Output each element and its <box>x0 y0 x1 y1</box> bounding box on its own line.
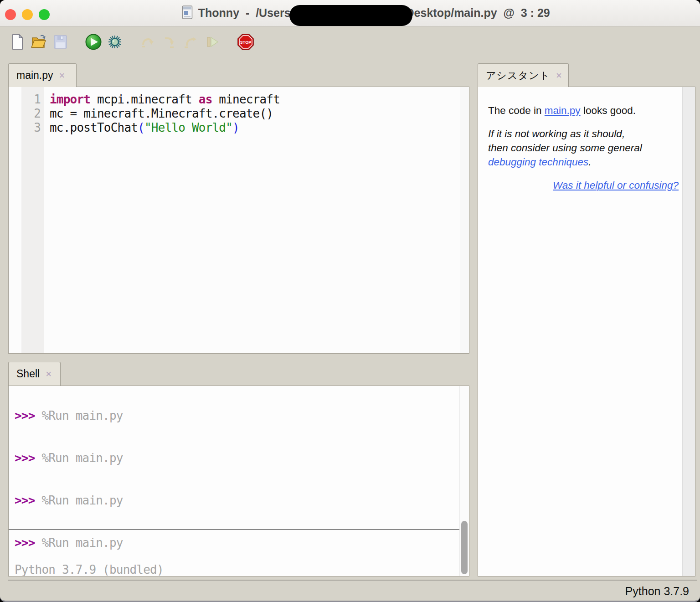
stop-sign-icon: STOP <box>237 33 255 52</box>
shell-current-session: Python 3.7.9 (bundled) >>> %Run main.py … <box>15 535 164 576</box>
code-line-1: import mcpi.minecraft as minecraft <box>50 93 460 107</box>
statusbar-divider <box>8 580 697 581</box>
close-icon[interactable]: × <box>59 71 65 81</box>
shell-history-line: >>> %Run main.py <box>15 409 469 423</box>
close-window-button[interactable] <box>5 9 16 20</box>
line-number: 1 <box>21 93 41 107</box>
assistant-hint-paragraph: If it is not working as it should, then … <box>488 127 679 169</box>
tab-shell[interactable]: Shell × <box>8 362 61 386</box>
code-text-area[interactable]: import mcpi.minecraft as minecraft mc = … <box>44 87 460 353</box>
tab-main-py-label: main.py <box>16 69 53 82</box>
main-py-link[interactable]: main.py <box>545 105 581 116</box>
save-file-button[interactable] <box>51 32 69 53</box>
python-version-line: Python 3.7.9 (bundled) <box>15 563 164 576</box>
title-text-suffix: Desktop/main.py @ 3 : 29 <box>406 6 550 20</box>
new-file-icon <box>10 33 25 52</box>
assistant-panel: The code in main.py looks good. If it is… <box>478 87 695 576</box>
open-folder-icon <box>31 33 47 52</box>
new-file-button[interactable] <box>8 32 26 53</box>
step-into-icon <box>161 33 178 52</box>
close-icon[interactable]: × <box>46 369 51 379</box>
shell-history-line: >>> %Run main.py <box>15 494 469 508</box>
debug-script-button[interactable] <box>106 32 124 53</box>
open-file-button[interactable] <box>30 32 48 53</box>
code-editor[interactable]: 1 2 3 import mcpi.minecraft as minecraft… <box>8 87 469 354</box>
step-out-button[interactable] <box>182 32 200 53</box>
traffic-lights <box>5 9 50 20</box>
title-text-prefix: Thonny - /Users/ <box>198 6 294 20</box>
assistant-scrollbar[interactable] <box>682 87 695 576</box>
shell-scrollbar-thumb[interactable] <box>461 521 468 574</box>
minimize-window-button[interactable] <box>22 9 33 20</box>
tab-assistant[interactable]: アシスタント × <box>478 63 569 87</box>
close-icon[interactable]: × <box>556 71 562 81</box>
editor-scrollbar[interactable] <box>460 87 469 353</box>
shell-history-line: >>> %Run main.py <box>15 451 469 465</box>
thonny-window: Thonny - /Users/ Desktop/main.py @ 3 : 2… <box>0 0 700 602</box>
stop-label: STOP <box>240 40 251 44</box>
debug-bug-icon <box>106 33 124 52</box>
line-number: 3 <box>21 121 41 135</box>
step-over-button[interactable] <box>139 32 157 53</box>
save-floppy-icon <box>52 33 68 52</box>
line-number: 2 <box>21 107 41 121</box>
run-icon <box>84 33 103 52</box>
redacted-username <box>289 5 412 26</box>
step-into-button[interactable] <box>160 32 179 53</box>
shell-scrollbar[interactable] <box>459 386 469 576</box>
zoom-window-button[interactable] <box>39 9 50 20</box>
resume-icon <box>204 33 221 52</box>
step-over-icon <box>139 33 157 52</box>
python-version-indicator[interactable]: Python 3.7.9 <box>625 585 689 598</box>
assistant-content: The code in main.py looks good. If it is… <box>488 103 679 192</box>
feedback-link[interactable]: Was it helpful or confusing? <box>553 180 679 191</box>
stop-button[interactable]: STOP <box>237 32 255 53</box>
tab-assistant-label: アシスタント <box>486 69 550 82</box>
code-line-2: mc = minecraft.Minecraft.create() <box>50 107 460 121</box>
screen: Thonny - /Users/ Desktop/main.py @ 3 : 2… <box>0 0 700 602</box>
resume-button[interactable] <box>203 32 221 53</box>
run-script-button[interactable] <box>84 32 103 53</box>
tab-shell-label: Shell <box>16 368 40 380</box>
line-number-gutter: 1 2 3 <box>21 87 44 353</box>
step-out-icon <box>182 33 200 52</box>
toolbar: STOP <box>0 28 258 57</box>
assistant-feedback-row: Was it helpful or confusing? <box>488 178 679 192</box>
shell-restart-divider <box>9 529 459 530</box>
shell-panel[interactable]: >>> %Run main.py >>> %Run main.py >>> %R… <box>8 386 469 576</box>
code-line-3: mc.postToChat("Hello World") <box>50 121 460 135</box>
debugging-techniques-link[interactable]: debugging techniques <box>488 156 588 168</box>
title-bar: Thonny - /Users/ Desktop/main.py @ 3 : 2… <box>0 0 700 26</box>
assistant-status-paragraph: The code in main.py looks good. <box>488 103 679 118</box>
tab-main-py[interactable]: main.py × <box>8 63 77 87</box>
